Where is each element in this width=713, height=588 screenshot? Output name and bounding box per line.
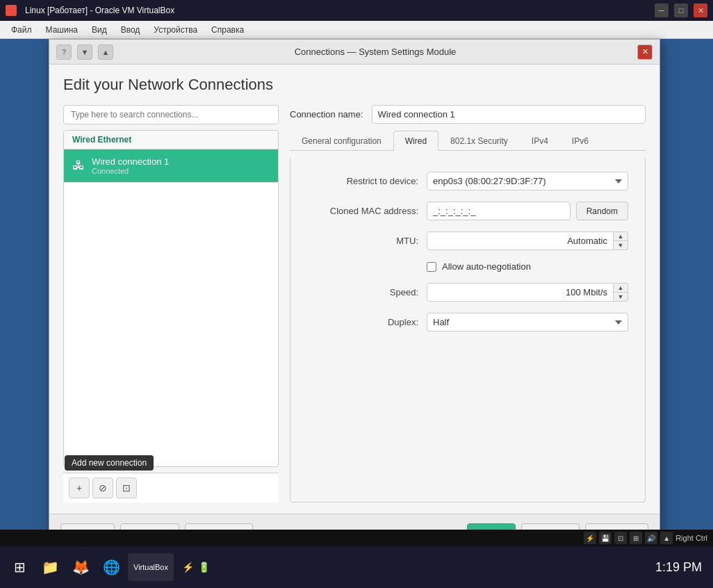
window-title: Linux [Работает] - Oracle VM VirtualBox <box>25 6 646 15</box>
list-actions: + ⊘ ⊡ Add new connection <box>63 473 279 503</box>
connection-name-row: Connection name: <box>290 105 646 124</box>
speed-row: Speed: ▲ ▼ <box>307 283 628 302</box>
tb-sys-icons: ⚡ 🔋 <box>177 562 215 573</box>
connection-name-input[interactable] <box>372 105 646 124</box>
menu-machine[interactable]: Машина <box>40 23 83 37</box>
page-title: Edit your Network Connections <box>63 76 646 94</box>
duplex-control: Half Full <box>427 313 628 332</box>
tab-802-1x[interactable]: 802.1x Security <box>439 131 520 151</box>
tb-files-icon[interactable]: 📁 <box>36 553 64 581</box>
tb-firefox-icon[interactable]: 🦊 <box>67 553 95 581</box>
battery-icon: 🔋 <box>198 562 210 573</box>
menubar: Файл Машина Вид Ввод Устройства Справка <box>0 21 713 39</box>
cloned-mac-row: Cloned MAC address: Random <box>307 202 628 220</box>
speed-spinner: ▲ ▼ <box>614 283 628 302</box>
add-connection-button[interactable]: + <box>69 477 90 498</box>
auto-neg-label: Allow auto-negotiation <box>442 261 531 272</box>
left-panel: Wired Ethernet 🖧 Wired connection 1 Conn… <box>63 105 279 503</box>
tray-usb-icon[interactable]: ⊡ <box>614 532 627 544</box>
menu-devices[interactable]: Устройства <box>148 23 203 37</box>
restore-button[interactable]: □ <box>674 3 688 17</box>
tab-ipv6[interactable]: IPv6 <box>560 131 600 151</box>
tray-icons: ⚡ 💾 ⊡ ⊞ 🔊 ▲ Right Ctrl <box>584 532 707 544</box>
speed-up-button[interactable]: ▲ <box>614 284 628 293</box>
tabs-bar: General configuration Wired 802.1x Secur… <box>290 131 646 151</box>
menu-input[interactable]: Ввод <box>115 23 146 37</box>
tab-content-wired: Restrict to device: enp0s3 (08:00:27:9D:… <box>290 158 646 503</box>
tab-ipv4[interactable]: IPv4 <box>520 131 560 151</box>
auto-neg-checkbox[interactable] <box>427 262 436 272</box>
duplex-select[interactable]: Half Full <box>427 313 628 332</box>
connection-icon: 🖧 <box>72 158 85 173</box>
speed-input[interactable] <box>427 283 614 302</box>
main-dialog: ? ▼ ▲ Connections — System Settings Modu… <box>49 39 660 553</box>
item-info: Wired connection 1 Connected <box>92 156 169 175</box>
connection-name-label: Connection name: <box>290 109 363 120</box>
speed-down-button[interactable]: ▼ <box>614 293 628 301</box>
mtu-row: MTU: ▲ ▼ <box>307 231 628 250</box>
right-ctrl-label: Right Ctrl <box>675 534 707 542</box>
menu-file[interactable]: Файл <box>6 23 38 37</box>
restrict-device-row: Restrict to device: enp0s3 (08:00:27:9D:… <box>307 172 628 190</box>
mtu-control: ▲ ▼ <box>427 231 628 250</box>
dialog-titlebar: ? ▼ ▲ Connections — System Settings Modu… <box>49 40 659 65</box>
clock-time: 1:19 PM <box>655 560 702 575</box>
cloned-mac-input[interactable] <box>427 202 571 220</box>
tray-audio-icon[interactable]: 🔊 <box>645 532 657 544</box>
restrict-device-label: Restrict to device: <box>307 176 418 186</box>
tb-browser-icon[interactable]: 🌐 <box>97 553 125 581</box>
taskbar-bottom: ⊞ 📁 🦊 🌐 VirtualBox ⚡ 🔋 1:19 PM <box>0 546 713 588</box>
active-app-button[interactable]: VirtualBox <box>128 553 174 581</box>
dialog-close-button[interactable]: ✕ <box>637 44 653 60</box>
remove-connection-button[interactable]: ⊘ <box>92 477 113 498</box>
menu-help[interactable]: Справка <box>206 23 249 37</box>
duplex-row: Duplex: Half Full <box>307 313 628 332</box>
mtu-spinner: ▲ ▼ <box>614 231 628 250</box>
right-panel: Connection name: General configuration W… <box>290 105 646 503</box>
content-area: Wired Ethernet 🖧 Wired connection 1 Conn… <box>63 105 646 503</box>
speed-control: ▲ ▼ <box>427 283 628 302</box>
mtu-label: MTU: <box>307 236 418 246</box>
dialog-help-button[interactable]: ? <box>56 44 72 60</box>
list-item[interactable]: 🖧 Wired connection 1 Connected <box>64 149 278 183</box>
cloned-mac-control: Random <box>427 202 628 220</box>
restrict-device-select[interactable]: enp0s3 (08:00:27:9D:3F:77) <box>427 172 628 190</box>
dialog-minimize-button[interactable]: ▼ <box>77 44 92 60</box>
tray-network-icon[interactable]: ⚡ <box>584 532 596 544</box>
dialog-restore-button[interactable]: ▲ <box>98 44 113 60</box>
app-icon <box>6 5 17 16</box>
tray-storage-icon[interactable]: 💾 <box>599 532 612 544</box>
window-controls: ─ □ ✕ <box>655 3 707 17</box>
auto-neg-row: Allow auto-negotiation <box>307 261 628 272</box>
tray-up-arrow-icon[interactable]: ▲ <box>660 532 673 544</box>
item-name: Wired connection 1 <box>92 156 169 167</box>
tab-wired[interactable]: Wired <box>393 131 439 151</box>
search-input[interactable] <box>63 105 279 124</box>
mtu-up-button[interactable]: ▲ <box>614 232 628 241</box>
section-header-wired: Wired Ethernet <box>64 131 278 149</box>
item-status: Connected <box>92 167 169 175</box>
window-titlebar: Linux [Работает] - Oracle VM VirtualBox … <box>0 0 713 21</box>
cloned-mac-label: Cloned MAC address: <box>307 206 418 216</box>
tab-general[interactable]: General configuration <box>290 131 393 151</box>
edit-connection-button[interactable]: ⊡ <box>116 477 137 498</box>
net-status-icon: ⚡ <box>182 562 194 573</box>
speed-label: Speed: <box>307 287 418 297</box>
menu-view[interactable]: Вид <box>86 23 113 37</box>
mtu-down-button[interactable]: ▼ <box>614 241 628 250</box>
dialog-title: Connections — System Settings Module <box>119 47 632 57</box>
system-tray: ⚡ 💾 ⊡ ⊞ 🔊 ▲ Right Ctrl <box>0 530 713 546</box>
minimize-button[interactable]: ─ <box>655 3 669 17</box>
dialog-body: Edit your Network Connections Wired Ethe… <box>49 65 659 514</box>
clock: 1:19 PM <box>655 560 707 575</box>
duplex-label: Duplex: <box>307 317 418 327</box>
tray-display-icon[interactable]: ⊞ <box>630 532 642 544</box>
mtu-input[interactable] <box>427 231 614 250</box>
tb-start-icon[interactable]: ⊞ <box>6 553 33 581</box>
connection-list: Wired Ethernet 🖧 Wired connection 1 Conn… <box>63 130 279 467</box>
random-mac-button[interactable]: Random <box>576 202 628 220</box>
restrict-device-control: enp0s3 (08:00:27:9D:3F:77) <box>427 172 628 190</box>
close-window-button[interactable]: ✕ <box>694 3 707 17</box>
